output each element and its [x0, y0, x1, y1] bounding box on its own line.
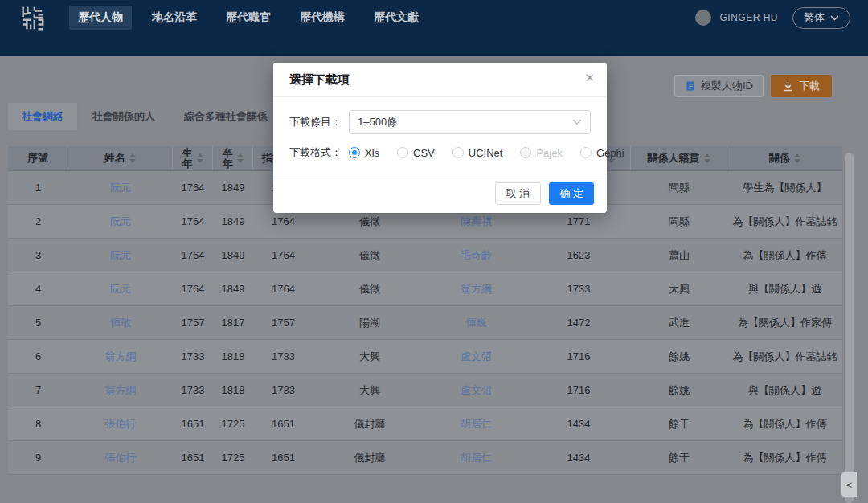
cell-death: 1818	[213, 343, 253, 370]
cell-relation: 為【關係人】作傳	[727, 444, 842, 471]
cell-name: 阮元	[68, 174, 173, 201]
radio-csv[interactable]: CSV	[397, 147, 435, 159]
person-link[interactable]: 翁方綱	[461, 282, 492, 296]
person-link[interactable]: 胡居仁	[461, 417, 492, 431]
entries-select[interactable]: 1–500條	[349, 110, 591, 134]
download-button-label: 下載	[799, 79, 820, 93]
column-label: 序號	[27, 151, 48, 166]
vertical-scrollbar[interactable]	[845, 153, 854, 503]
radio-gephi[interactable]: Gephi	[580, 147, 624, 159]
person-link[interactable]: 張伯行	[105, 417, 137, 431]
cell-relation: 為【關係人】作傳	[727, 411, 842, 437]
person-link[interactable]: 惲敬	[110, 316, 131, 329]
cbdb-logo-icon[interactable]	[18, 3, 47, 32]
collapse-panel-button[interactable]: <	[841, 472, 857, 497]
radio-xls[interactable]: Xls	[349, 147, 379, 159]
cell-rel_person: 胡居仁	[426, 411, 526, 437]
person-link[interactable]: 惲巍	[466, 316, 487, 329]
sort-icon[interactable]	[197, 153, 203, 163]
person-link[interactable]: 盧文弨	[461, 383, 492, 397]
tab[interactable]: 社會關係的人	[79, 103, 169, 130]
cell-death: 1725	[213, 411, 253, 437]
format-radio-group: XlsCSVUCINetPajekGephi	[349, 147, 624, 159]
download-options-modal: 選擇下載項 ✕ 下載條目： 1–500條 下載格式： XlsCSVUCINetP…	[273, 63, 607, 213]
person-link[interactable]: 毛奇齡	[461, 248, 492, 262]
chevron-down-icon	[572, 119, 582, 125]
tab[interactable]: 社會網絡	[8, 103, 77, 130]
tab[interactable]: 綜合多種社會關係	[170, 103, 281, 130]
person-link[interactable]: 翁方綱	[105, 350, 137, 363]
nav-item[interactable]: 地名沿革	[143, 6, 206, 30]
cell-origin: 大興	[313, 377, 426, 403]
person-link[interactable]: 阮元	[110, 215, 131, 228]
column-label: 姓名	[104, 151, 125, 166]
person-link[interactable]: 阮元	[110, 282, 131, 296]
table-row: 6翁方綱173318181733大興盧文弨1716餘姚為【關係人】作墓誌銘	[8, 340, 842, 374]
person-link[interactable]: 張伯行	[105, 451, 137, 464]
cancel-button[interactable]: 取 消	[495, 182, 542, 205]
nav-item[interactable]: 歷代機構	[291, 6, 354, 30]
sort-icon[interactable]	[704, 153, 710, 163]
column-header-rel_origin[interactable]: 關係人籍貫	[631, 146, 727, 170]
person-link[interactable]: 翁方綱	[105, 383, 137, 397]
cell-index_year: 1733	[253, 377, 313, 403]
cell-rel_person: 惲巍	[426, 309, 526, 336]
copy-person-id-button[interactable]: 複製人物ID	[674, 75, 764, 97]
confirm-button[interactable]: 确 定	[549, 182, 594, 205]
cell-rel_index_year: 1472	[526, 309, 631, 336]
person-link[interactable]: 盧文弨	[461, 350, 492, 363]
copy-icon	[685, 80, 696, 92]
top-navigation: 歷代人物地名沿革歷代職官歷代機構歷代文獻 GINGER HU 繁体	[0, 0, 868, 56]
column-header-death[interactable]: 卒年	[213, 146, 253, 170]
cell-rel_index_year: 1716	[526, 343, 631, 370]
sort-icon[interactable]	[129, 153, 136, 163]
cell-index_year: 1733	[253, 343, 313, 370]
cell-relation: 與【關係人】遊	[727, 377, 842, 403]
cell-birth: 1757	[173, 309, 213, 336]
person-link[interactable]: 胡居仁	[461, 451, 492, 464]
radio-pajek[interactable]: Pajek	[520, 147, 563, 159]
radio-ucinet[interactable]: UCINet	[452, 147, 503, 159]
close-icon[interactable]: ✕	[584, 72, 595, 84]
column-label: 生年	[182, 148, 193, 169]
column-header-relation[interactable]: 關係	[727, 146, 842, 170]
person-link[interactable]: 阮元	[110, 248, 131, 262]
column-header-name[interactable]: 姓名	[68, 146, 173, 170]
avatar[interactable]	[695, 10, 711, 26]
column-header-birth[interactable]: 生年	[173, 146, 213, 170]
table-body: 1阮元176418491764儀徵陳壽祺1771閩縣學生為【關係人】2阮元176…	[8, 171, 842, 475]
cell-death: 1849	[213, 242, 253, 268]
cell-seq: 5	[8, 309, 68, 336]
nav-item[interactable]: 歷代人物	[69, 6, 132, 30]
language-selector[interactable]: 繁体	[792, 7, 850, 29]
nav-item[interactable]: 歷代職官	[217, 6, 280, 30]
username: GINGER HU	[719, 12, 778, 23]
cell-rel_person: 盧文弨	[426, 343, 526, 370]
cell-birth: 1764	[173, 174, 213, 201]
cell-rel_person: 毛奇齡	[426, 242, 526, 268]
column-label: 關係人籍貫	[648, 151, 700, 166]
person-link[interactable]: 阮元	[110, 181, 131, 194]
cell-birth: 1651	[173, 444, 213, 471]
sort-icon[interactable]	[794, 153, 800, 163]
cell-seq: 2	[8, 208, 68, 235]
cell-index_year: 1764	[253, 242, 313, 268]
cell-name: 阮元	[68, 208, 173, 235]
table-row: 3阮元176418491764儀徵毛奇齡1623蕭山為【關係人】作傳	[8, 239, 842, 272]
cell-name: 張伯行	[68, 444, 173, 471]
cell-rel_origin: 餘干	[631, 411, 727, 437]
column-header-seq[interactable]: 序號	[8, 146, 68, 170]
cell-death: 1817	[213, 309, 253, 336]
table-row: 7翁方綱173318181733大興盧文弨1716餘姚與【關係人】遊	[8, 374, 842, 407]
cell-rel_index_year: 1434	[526, 411, 631, 437]
cell-rel_index_year: 1434	[526, 444, 631, 471]
download-button[interactable]: 下載	[771, 75, 832, 97]
cell-name: 阮元	[68, 242, 173, 268]
sort-icon[interactable]	[237, 153, 244, 163]
person-link[interactable]: 陳壽祺	[461, 215, 492, 228]
cell-relation: 與【關係人】遊	[727, 276, 842, 302]
nav-item[interactable]: 歷代文獻	[365, 6, 428, 30]
cell-birth: 1733	[173, 377, 213, 403]
cell-origin: 陽湖	[313, 309, 426, 336]
cell-rel_origin: 武進	[631, 309, 727, 336]
